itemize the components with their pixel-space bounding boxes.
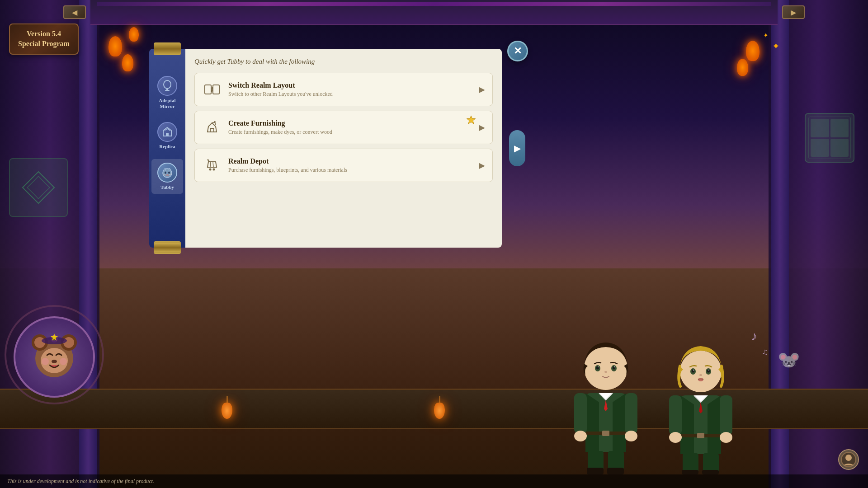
wall-tile-cell: [811, 139, 829, 157]
svg-point-7: [165, 171, 166, 174]
switch-realm-arrow: ▶: [479, 84, 485, 94]
lantern-3: [129, 27, 139, 42]
sidebar: Adeptal Mirror Replica: [149, 49, 185, 248]
lantern-pole: [226, 396, 228, 403]
svg-rect-58: [702, 470, 719, 474]
svg-point-70: [669, 432, 682, 443]
lantern-body: [222, 403, 232, 419]
version-badge: Version 5.4 Special Program: [9, 23, 79, 55]
create-furnishing-title: Create Furnishing: [228, 119, 479, 127]
character-1: [570, 334, 642, 474]
wall-tile-cell: [811, 119, 829, 137]
small-avatar: [838, 449, 859, 470]
svg-rect-69: [720, 395, 732, 435]
svg-point-46: [614, 366, 615, 367]
lantern-4: [746, 41, 760, 61]
svg-line-19: [213, 162, 213, 167]
lantern-2: [122, 54, 133, 71]
sidebar-ornament-bottom: [154, 241, 181, 254]
svg-point-43: [596, 366, 599, 370]
realm-depot-arrow: ▶: [479, 160, 485, 170]
top-ornament-bar: [97, 2, 771, 6]
wall-tile-cell: [830, 119, 849, 137]
svg-line-18: [210, 162, 211, 167]
nav-arrow-left[interactable]: ◀: [63, 5, 86, 19]
tubby-label: Tubby: [160, 184, 174, 190]
svg-rect-49: [625, 393, 637, 434]
scroll-indicator[interactable]: ▶: [509, 130, 525, 166]
svg-point-44: [613, 366, 615, 370]
create-furnishing-desc: Create furnishings, make dyes, or conver…: [228, 129, 479, 136]
lantern-1: [108, 36, 122, 56]
wall-tile-1: [805, 113, 854, 163]
svg-rect-57: [682, 470, 698, 474]
lantern-5: [737, 59, 748, 76]
adeptal-mirror-label: Adeptal Mirror: [154, 98, 180, 109]
walkway-lantern-2: [434, 396, 445, 419]
sidebar-item-adeptal-mirror[interactable]: Adeptal Mirror: [151, 72, 183, 113]
svg-point-65: [708, 370, 709, 371]
svg-point-66: [699, 374, 702, 376]
svg-point-45: [598, 366, 599, 367]
svg-point-8: [168, 171, 170, 174]
sparkle-1: ✦: [772, 41, 780, 52]
switch-realm-icon: [202, 80, 222, 99]
create-furnishing-text: Create Furnishing Create furnishings, ma…: [228, 119, 479, 136]
menu-item-realm-depot[interactable]: Realm Depot Purchase furnishings, bluepr…: [194, 149, 493, 182]
close-button[interactable]: ✕: [507, 41, 528, 61]
sidebar-item-replica[interactable]: Replica: [151, 118, 183, 153]
create-furnishing-arrow: ▶: [479, 122, 485, 132]
svg-point-63: [707, 370, 710, 373]
svg-marker-6: [169, 168, 171, 170]
svg-point-15: [214, 121, 216, 123]
svg-marker-5: [164, 168, 166, 170]
status-text: This is under development and is not ind…: [7, 478, 154, 485]
chevron-left-icon: ◀: [72, 8, 77, 17]
music-note-1: ♪: [751, 329, 757, 343]
svg-point-62: [692, 370, 694, 373]
sparkle-2: ✦: [763, 32, 769, 39]
svg-point-73: [845, 455, 852, 461]
svg-rect-68: [669, 395, 682, 435]
lantern-pole: [439, 396, 440, 403]
svg-point-0: [164, 80, 171, 89]
nav-arrow-right[interactable]: ▶: [782, 5, 805, 19]
realm-depot-text: Realm Depot Purchase furnishings, bluepr…: [228, 157, 479, 174]
svg-point-17: [213, 169, 215, 171]
tubby-icon: [157, 163, 177, 183]
replica-icon: [157, 122, 177, 142]
version-line1: Version 5.4: [18, 29, 70, 39]
sidebar-item-tubby[interactable]: Tubby: [151, 159, 183, 194]
svg-point-9: [167, 174, 168, 175]
wall-tile-cell: [830, 139, 849, 157]
svg-point-47: [604, 371, 607, 373]
svg-rect-2: [165, 90, 170, 91]
svg-rect-12: [205, 85, 211, 94]
walkway: [0, 389, 868, 429]
music-note-2: ♫: [762, 347, 769, 357]
sidebar-ornament-top: [154, 42, 181, 55]
svg-point-16: [209, 169, 212, 171]
svg-rect-35: [602, 431, 609, 436]
status-bar: This is under development and is not ind…: [0, 474, 868, 488]
mascot-ring: [5, 305, 104, 404]
star-badge: [466, 115, 476, 125]
svg-rect-38: [587, 468, 604, 474]
svg-rect-39: [607, 468, 624, 474]
svg-point-50: [574, 431, 587, 441]
version-line2: Special Program: [18, 39, 70, 49]
scroll-icon: ▶: [514, 143, 521, 154]
svg-rect-54: [697, 433, 704, 438]
menu-item-switch-realm[interactable]: Switch Realm Layout Switch to other Real…: [194, 73, 493, 106]
switch-realm-text: Switch Realm Layout Switch to other Real…: [228, 81, 479, 98]
svg-point-40: [584, 347, 627, 390]
svg-point-71: [720, 432, 732, 443]
replica-label: Replica: [159, 144, 175, 150]
svg-rect-48: [574, 393, 587, 434]
menu-item-create-furnishing[interactable]: Create Furnishing Create furnishings, ma…: [194, 111, 493, 144]
panel-header: Quickly get Tubby to deal with the follo…: [194, 58, 493, 66]
lantern-body: [434, 403, 445, 419]
decorative-creature: 🐭: [778, 349, 800, 371]
main-dialog: Adeptal Mirror Replica: [149, 49, 502, 248]
bg-floor: [0, 268, 868, 488]
